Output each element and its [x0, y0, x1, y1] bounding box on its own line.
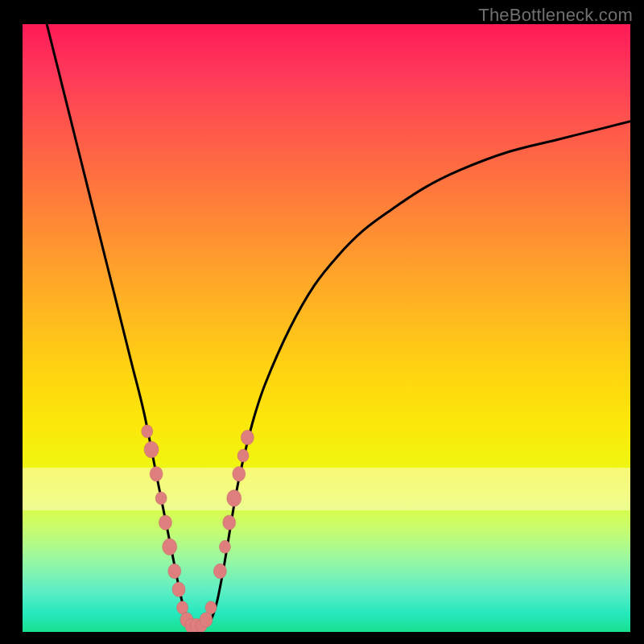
curve-marker	[227, 490, 242, 507]
curve-marker	[168, 564, 181, 578]
curve-marker	[219, 540, 230, 553]
curve-marker	[142, 425, 153, 438]
chart-svg	[23, 24, 630, 632]
curve-marker	[200, 613, 213, 627]
curve-marker	[237, 449, 249, 462]
curve-marker	[213, 564, 226, 578]
curve-marker	[150, 467, 163, 481]
curve-marker	[241, 430, 254, 444]
curve-marker	[144, 441, 159, 458]
curve-marker	[172, 582, 185, 597]
curve-marker	[159, 515, 171, 530]
curve-markers	[142, 425, 254, 632]
plot-area	[23, 24, 630, 632]
curve-marker	[205, 601, 217, 614]
bottleneck-curve	[47, 24, 630, 626]
watermark-label: TheBottleneck.com	[478, 5, 633, 26]
curve-marker	[177, 601, 188, 614]
glow-band	[23, 468, 630, 510]
curve-marker	[233, 467, 246, 481]
chart-frame: TheBottleneck.com	[0, 0, 644, 644]
curve-marker	[223, 515, 236, 530]
curve-marker	[155, 492, 167, 505]
curve-marker	[163, 539, 177, 555]
